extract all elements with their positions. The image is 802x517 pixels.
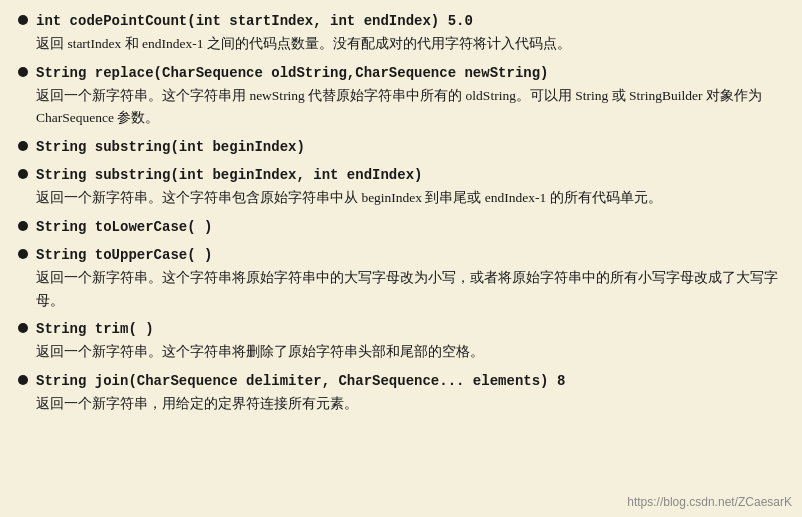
bullet-icon [18, 15, 28, 25]
signature-code: String substring(int beginIndex, int end… [36, 167, 422, 183]
method-content: int codePointCount(int startIndex, int e… [36, 10, 784, 56]
watermark: https://blog.csdn.net/ZCaesarK [627, 495, 792, 509]
list-item: String toLowerCase( ) [18, 216, 784, 238]
content-area: int codePointCount(int startIndex, int e… [0, 0, 802, 517]
signature-code: String join(CharSequence delimiter, Char… [36, 373, 565, 389]
method-signature: String toUpperCase( ) [36, 244, 784, 266]
bullet-icon [18, 169, 28, 179]
bullet-icon [18, 141, 28, 151]
method-content: String toLowerCase( ) [36, 216, 784, 238]
signature-code: String trim( ) [36, 321, 154, 337]
list-item: String join(CharSequence delimiter, Char… [18, 370, 784, 416]
method-signature: String substring(int beginIndex) [36, 136, 784, 158]
list-item: String trim( ) 返回一个新字符串。这个字符串将删除了原始字符串头部… [18, 318, 784, 364]
bullet-icon [18, 67, 28, 77]
signature-code: String substring(int beginIndex) [36, 139, 305, 155]
method-desc: 返回一个新字符串。这个字符串将原始字符串中的大写字母改为小写，或者将原始字符串中… [36, 267, 784, 312]
signature-code: int codePointCount(int startIndex, int e… [36, 13, 473, 29]
method-content: String join(CharSequence delimiter, Char… [36, 370, 784, 416]
method-content: String substring(int beginIndex) [36, 136, 784, 158]
list-item: String toUpperCase( ) 返回一个新字符串。这个字符串将原始字… [18, 244, 784, 312]
method-content: String replace(CharSequence oldString,Ch… [36, 62, 784, 130]
method-content: String trim( ) 返回一个新字符串。这个字符串将删除了原始字符串头部… [36, 318, 784, 364]
method-signature: int codePointCount(int startIndex, int e… [36, 10, 784, 32]
method-signature: String toLowerCase( ) [36, 216, 784, 238]
list-item: int codePointCount(int startIndex, int e… [18, 10, 784, 56]
method-desc: 返回一个新字符串。这个字符串用 newString 代替原始字符串中所有的 ol… [36, 85, 784, 130]
method-signature: String substring(int beginIndex, int end… [36, 164, 784, 186]
method-content: String substring(int beginIndex, int end… [36, 164, 784, 210]
list-item: String replace(CharSequence oldString,Ch… [18, 62, 784, 130]
method-signature: String trim( ) [36, 318, 784, 340]
bullet-icon [18, 221, 28, 231]
signature-code: String toLowerCase( ) [36, 219, 212, 235]
method-signature: String replace(CharSequence oldString,Ch… [36, 62, 784, 84]
bullet-icon [18, 323, 28, 333]
bullet-icon [18, 249, 28, 259]
bullet-icon [18, 375, 28, 385]
signature-code: String replace(CharSequence oldString,Ch… [36, 65, 548, 81]
method-desc: 返回一个新字符串，用给定的定界符连接所有元素。 [36, 393, 784, 415]
method-desc: 返回一个新字符串。这个字符串包含原始字符串中从 beginIndex 到串尾或 … [36, 187, 784, 209]
method-content: String toUpperCase( ) 返回一个新字符串。这个字符串将原始字… [36, 244, 784, 312]
list-item: String substring(int beginIndex, int end… [18, 164, 784, 210]
method-signature: String join(CharSequence delimiter, Char… [36, 370, 784, 392]
signature-code: String toUpperCase( ) [36, 247, 212, 263]
method-desc: 返回一个新字符串。这个字符串将删除了原始字符串头部和尾部的空格。 [36, 341, 784, 363]
method-list: int codePointCount(int startIndex, int e… [18, 10, 784, 415]
list-item: String substring(int beginIndex) [18, 136, 784, 158]
method-desc: 返回 startIndex 和 endIndex-1 之间的代码点数量。没有配成… [36, 33, 784, 55]
